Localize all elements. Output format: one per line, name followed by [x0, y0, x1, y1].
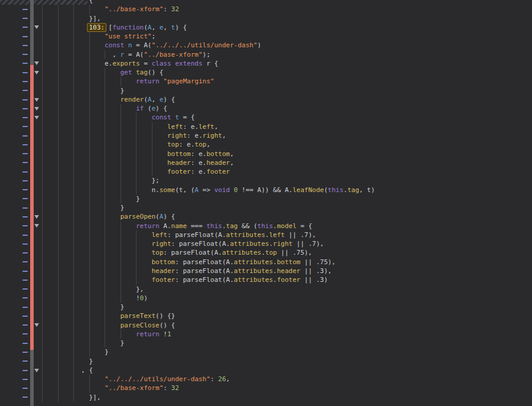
fold-triangle-down-icon[interactable] [34, 323, 39, 327]
token: }; [151, 177, 159, 184]
token: } [120, 204, 124, 212]
token: top [265, 249, 277, 256]
fold-triangle-down-icon[interactable] [34, 98, 39, 102]
line-gutter-dash[interactable] [22, 27, 28, 28]
token: top [151, 249, 163, 256]
line-gutter-dash[interactable] [22, 333, 28, 334]
code-text: left: parseFloat(A.attributes.left || .7… [42, 230, 316, 239]
token: left [151, 231, 167, 239]
fold-triangle-down-icon[interactable] [34, 71, 39, 74]
token: ); [203, 51, 210, 59]
line-gutter-dash[interactable] [22, 126, 28, 127]
code-text: "../base-xform": 32 [42, 384, 179, 392]
token: , [151, 96, 159, 103]
token: A. [160, 222, 171, 230]
code-line: render(A, e) { [0, 95, 532, 104]
line-gutter-dash[interactable] [22, 153, 28, 154]
code-text: footer: e.footer [42, 167, 230, 176]
code-line: e.exports = class extends r { [0, 59, 532, 68]
line-gutter-dash[interactable] [22, 45, 28, 46]
line-gutter-dash[interactable] [22, 307, 28, 308]
token: || .3) [300, 276, 327, 284]
line-gutter-dash[interactable] [22, 243, 28, 245]
code-text: get tag() { [42, 68, 163, 77]
line-gutter-dash[interactable] [22, 189, 28, 190]
line-gutter-dash[interactable] [22, 99, 28, 100]
fold-triangle-down-icon[interactable] [34, 107, 39, 111]
line-gutter-dash[interactable] [22, 370, 28, 371]
fold-triangle-down-icon[interactable] [34, 224, 39, 228]
line-gutter-dash[interactable] [22, 288, 28, 290]
code-lines: , { "../base-xform": 32 }], 103: [functi… [0, 0, 532, 402]
line-gutter-dash[interactable] [22, 316, 28, 317]
line-gutter-dash[interactable] [22, 117, 28, 118]
token [132, 69, 136, 76]
token: : parseFloat(A. [175, 258, 233, 266]
line-gutter-dash[interactable] [22, 108, 28, 109]
token [124, 41, 128, 49]
code-line: bottom: parseFloat(A.attributes.bottom |… [0, 258, 532, 267]
token: () { [160, 321, 176, 329]
line-gutter-dash[interactable] [22, 388, 28, 389]
line-gutter-dash[interactable] [22, 63, 28, 64]
token: name [171, 222, 187, 230]
line-gutter-dash[interactable] [22, 235, 28, 236]
code-line: top: e.top, [0, 140, 532, 149]
line-gutter-dash[interactable] [22, 261, 28, 262]
line-gutter-dash[interactable] [22, 180, 28, 181]
fold-triangle-down-icon[interactable] [34, 116, 39, 119]
code-line: return !1 [0, 330, 532, 339]
line-gutter-dash[interactable] [22, 135, 28, 137]
code-line: } [0, 86, 532, 95]
token: === [187, 222, 206, 230]
line-gutter-dash[interactable] [22, 72, 28, 73]
line-gutter-dash[interactable] [22, 225, 28, 226]
token: parseText [120, 312, 155, 320]
code-text: } [42, 357, 93, 366]
line-gutter-dash[interactable] [22, 207, 28, 209]
line-gutter-dash[interactable] [22, 198, 28, 199]
token: ) { [163, 213, 175, 220]
line-gutter-dash[interactable] [22, 216, 28, 217]
fold-triangle-down-icon[interactable] [34, 369, 39, 372]
line-gutter-dash[interactable] [22, 54, 28, 55]
line-gutter-dash[interactable] [22, 379, 28, 380]
line-gutter-dash[interactable] [22, 271, 28, 272]
line-gutter-dash[interactable] [22, 171, 28, 173]
gutter-change-marker-bar[interactable] [30, 65, 34, 350]
code-text: }; [42, 176, 160, 185]
token: r { [203, 60, 219, 67]
fold-triangle-down-icon[interactable] [34, 25, 39, 29]
code-line: const t = { [0, 113, 532, 122]
fold-triangle-down-icon[interactable] [34, 61, 39, 65]
token: : e. [179, 141, 195, 148]
token: = A( [132, 41, 151, 49]
line-gutter-dash[interactable] [22, 352, 28, 353]
line-gutter-dash[interactable] [22, 360, 28, 362]
line-gutter-dash[interactable] [22, 18, 28, 19]
line-gutter-dash[interactable] [22, 90, 28, 91]
line-gutter-dash[interactable] [22, 297, 28, 298]
line-gutter-dash[interactable] [22, 280, 28, 281]
token: tag [348, 186, 359, 194]
line-gutter-dash[interactable] [22, 252, 28, 254]
token: ( [324, 186, 328, 194]
code-text: n.some(t, (A => void 0 !== A)) && A.leaf… [42, 186, 375, 194]
code-text: return "pageMargins" [42, 77, 214, 86]
token: : e. [187, 132, 203, 139]
line-gutter-dash[interactable] [22, 81, 28, 82]
line-gutter-dash[interactable] [22, 397, 28, 398]
fold-triangle-down-icon[interactable] [34, 215, 39, 219]
token: } [105, 348, 109, 356]
token: footer [151, 276, 175, 284]
line-gutter-dash[interactable] [22, 343, 28, 344]
line-gutter-dash[interactable] [22, 9, 28, 10]
code-line: , { [0, 366, 532, 375]
line-gutter-dash[interactable] [22, 36, 28, 37]
token: some [160, 186, 176, 194]
token: attributes [234, 276, 273, 284]
line-gutter-dash[interactable] [22, 162, 28, 163]
line-gutter-dash[interactable] [22, 324, 28, 326]
code-line: footer: parseFloat(A.attributes.footer |… [0, 275, 532, 284]
line-gutter-dash[interactable] [22, 144, 28, 145]
